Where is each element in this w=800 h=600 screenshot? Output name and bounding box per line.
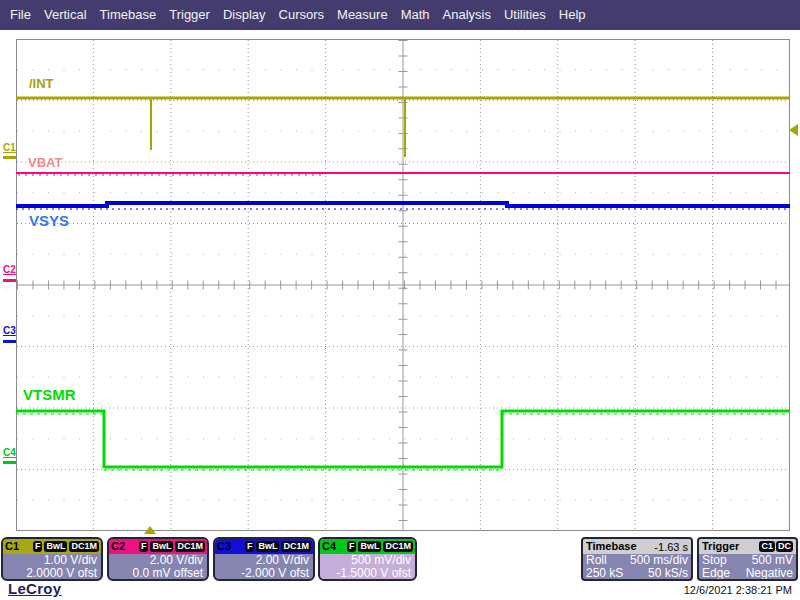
waveform-display-area <box>16 39 790 531</box>
bandwidth-limit-badge: BwL <box>44 541 67 552</box>
trace-label-int: /INT <box>29 76 54 91</box>
channel-offset-dash-c2[interactable] <box>3 279 16 282</box>
descriptor-header-c4: C4 F BwL DC1M <box>320 539 415 554</box>
channel-descriptor-c2[interactable]: C2 F BwL DC1M 2.00 V/div 0.0 mV offset <box>107 537 209 581</box>
oscilloscope-screen: File Vertical Timebase Trigger Display C… <box>0 0 800 600</box>
menu-item-utilities[interactable]: Utilities <box>504 0 546 30</box>
channel-offset-marker-c3[interactable]: C3 <box>3 326 16 336</box>
timebase-delay: -1.63 s <box>654 541 688 553</box>
menu-item-analysis[interactable]: Analysis <box>443 0 491 30</box>
bandwidth-limit-badge: BwL <box>150 541 173 552</box>
filter-badge: F <box>139 541 149 552</box>
sample-rate: 50 kS/s <box>648 567 688 580</box>
coupling-badge: DC1M <box>175 541 205 552</box>
descriptor-header-c1: C1 F BwL DC1M <box>3 539 101 554</box>
lecroy-logo: LeCroy <box>8 580 61 597</box>
filter-badge: F <box>347 541 357 552</box>
menu-item-display[interactable]: Display <box>223 0 266 30</box>
timebase-row: 250 kS 50 kS/s <box>583 567 691 580</box>
trace-label-vbat: VBAT <box>28 155 62 170</box>
trigger-title: Trigger <box>702 539 739 554</box>
wave-traces-layer <box>16 39 790 531</box>
channel-descriptor-c3[interactable]: C3 F BwL DC1M 2.00 V/div -2.000 V ofst <box>213 537 315 581</box>
trigger-panel[interactable]: Trigger C1 DC Stop 500 mV Edge Negative <box>697 537 798 581</box>
menu-bar: File Vertical Timebase Trigger Display C… <box>0 0 800 30</box>
menu-item-vertical[interactable]: Vertical <box>44 0 87 30</box>
timebase-title: Timebase <box>586 539 637 554</box>
filter-badge: F <box>33 541 43 552</box>
descriptor-header-c2: C2 F BwL DC1M <box>109 539 207 554</box>
channel-name: C3 <box>217 539 231 554</box>
trigger-slope: Negative <box>746 567 793 580</box>
menu-item-measure[interactable]: Measure <box>337 0 388 30</box>
coupling-badge: DC1M <box>383 541 413 552</box>
menu-item-help[interactable]: Help <box>559 0 586 30</box>
trace-label-vsys: VSYS <box>29 212 69 229</box>
timebase-header: Timebase -1.63 s <box>583 539 691 554</box>
channel-name: C2 <box>111 539 125 554</box>
trigger-coupling-badge: DC <box>776 541 793 552</box>
offset-value: -2.000 V ofst <box>215 567 313 580</box>
menu-item-cursors[interactable]: Cursors <box>279 0 325 30</box>
trigger-type: Edge <box>702 567 730 580</box>
offset-value: -1.5000 V ofst <box>320 567 415 580</box>
bandwidth-limit-badge: BwL <box>256 541 279 552</box>
menu-item-timebase[interactable]: Timebase <box>100 0 157 30</box>
offset-value: 0.0 mV offset <box>109 567 207 580</box>
bandwidth-limit-badge: BwL <box>358 541 381 552</box>
offset-value: 2.0000 V ofst <box>3 567 101 580</box>
channel-descriptor-c4[interactable]: C4 F BwL DC1M 500 mV/div -1.5000 V ofst <box>318 537 417 581</box>
channel-descriptor-c1[interactable]: C1 F BwL DC1M 1.00 V/div 2.0000 V ofst <box>1 537 103 581</box>
trigger-source-badge: C1 <box>759 541 775 552</box>
channel-offset-dash-c1[interactable] <box>3 156 16 159</box>
vsys-trace <box>16 203 790 206</box>
channel-name: C1 <box>5 539 19 554</box>
coupling-badge: DC1M <box>69 541 99 552</box>
channel-offset-marker-c4[interactable]: C4 <box>3 448 16 458</box>
trigger-level-arrow-icon[interactable] <box>789 124 798 136</box>
menu-item-file[interactable]: File <box>10 0 31 30</box>
sample-count: 250 kS <box>586 567 623 580</box>
channel-offset-marker-c1[interactable]: C1 <box>3 143 16 153</box>
trace-label-vtsmr: VTSMR <box>23 386 76 403</box>
coupling-badge: DC1M <box>281 541 311 552</box>
trigger-header: Trigger C1 DC <box>699 539 796 554</box>
channel-offset-dash-c4[interactable] <box>3 461 16 464</box>
descriptor-header-c3: C3 F BwL DC1M <box>215 539 313 554</box>
filter-badge: F <box>245 541 255 552</box>
trigger-time-marker-icon[interactable] <box>144 526 156 534</box>
menu-item-math[interactable]: Math <box>401 0 430 30</box>
datetime-display: 12/6/2021 2:38:21 PM <box>684 584 792 596</box>
channel-name: C4 <box>322 539 336 554</box>
vtsmr-trace <box>16 411 790 467</box>
timebase-panel[interactable]: Timebase -1.63 s Roll 500 ms/div 250 kS … <box>581 537 693 581</box>
trigger-row: Edge Negative <box>699 567 796 580</box>
menu-item-trigger[interactable]: Trigger <box>169 0 210 30</box>
channel-offset-marker-c2[interactable]: C2 <box>3 265 16 275</box>
channel-offset-dash-c3[interactable] <box>3 340 16 343</box>
